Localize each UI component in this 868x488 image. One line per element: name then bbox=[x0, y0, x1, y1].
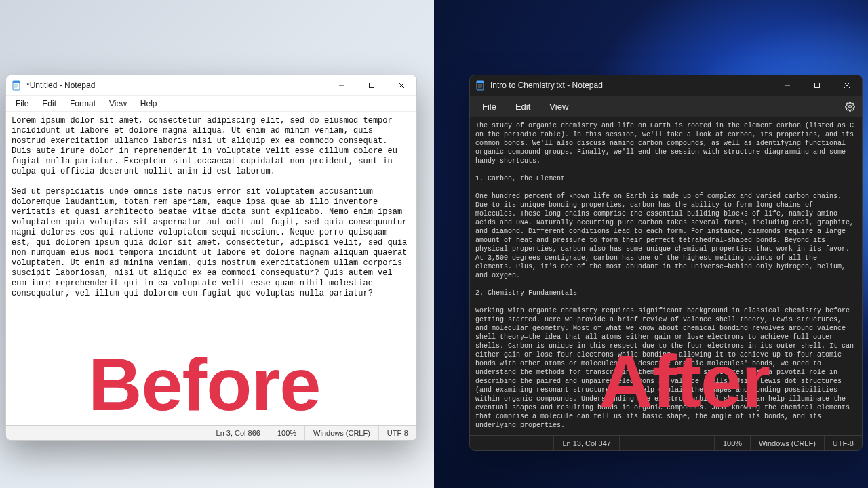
svg-rect-10 bbox=[477, 81, 484, 83]
status-encoding: UTF-8 bbox=[378, 426, 416, 440]
svg-rect-6 bbox=[370, 83, 374, 87]
menu-file[interactable]: File bbox=[473, 98, 506, 116]
after-panel: Intro to Chemistry.txt - Notepad File Ed… bbox=[434, 0, 868, 488]
before-panel: *Untitled - Notepad File Edit Format Vie… bbox=[0, 0, 434, 488]
caption-after: After bbox=[599, 338, 770, 424]
titlebar[interactable]: Intro to Chemistry.txt - Notepad bbox=[470, 75, 862, 96]
close-button[interactable] bbox=[387, 75, 416, 96]
menu-help[interactable]: Help bbox=[134, 97, 164, 110]
menubar: File Edit View bbox=[470, 96, 862, 117]
menu-format[interactable]: Format bbox=[63, 97, 102, 110]
status-position: Ln 3, Col 866 bbox=[208, 426, 269, 440]
menu-file[interactable]: File bbox=[9, 97, 35, 110]
menu-edit[interactable]: Edit bbox=[35, 97, 63, 110]
minimize-button[interactable] bbox=[327, 75, 357, 96]
status-bar: Ln 13, Col 347 100% Windows (CRLF) UTF-8 bbox=[470, 435, 862, 450]
status-eol: Windows (CRLF) bbox=[304, 426, 378, 440]
status-encoding: UTF-8 bbox=[824, 436, 862, 450]
close-button[interactable] bbox=[832, 75, 862, 96]
status-zoom: 100% bbox=[269, 426, 304, 440]
notepad-icon bbox=[12, 80, 22, 91]
window-title: *Untitled - Notepad bbox=[26, 81, 100, 90]
window-title: Intro to Chemistry.txt - Notepad bbox=[490, 81, 608, 90]
menu-edit[interactable]: Edit bbox=[506, 98, 540, 116]
caption-before: Before bbox=[88, 341, 320, 427]
menu-view[interactable]: View bbox=[102, 97, 134, 110]
maximize-button[interactable] bbox=[802, 75, 832, 96]
titlebar[interactable]: *Untitled - Notepad bbox=[6, 75, 416, 96]
notepad-icon bbox=[475, 80, 486, 91]
menubar: File Edit Format View Help bbox=[6, 96, 416, 112]
maximize-button[interactable] bbox=[357, 75, 387, 96]
status-zoom: 100% bbox=[714, 436, 750, 450]
status-position: Ln 13, Col 347 bbox=[553, 436, 619, 450]
svg-rect-15 bbox=[815, 83, 820, 88]
svg-point-18 bbox=[848, 105, 851, 108]
status-eol: Windows (CRLF) bbox=[750, 436, 824, 450]
menu-view[interactable]: View bbox=[540, 98, 578, 116]
svg-rect-1 bbox=[13, 81, 20, 83]
status-bar: Ln 3, Col 866 100% Windows (CRLF) UTF-8 bbox=[6, 425, 416, 440]
minimize-button[interactable] bbox=[772, 75, 802, 96]
settings-button[interactable] bbox=[840, 102, 859, 112]
